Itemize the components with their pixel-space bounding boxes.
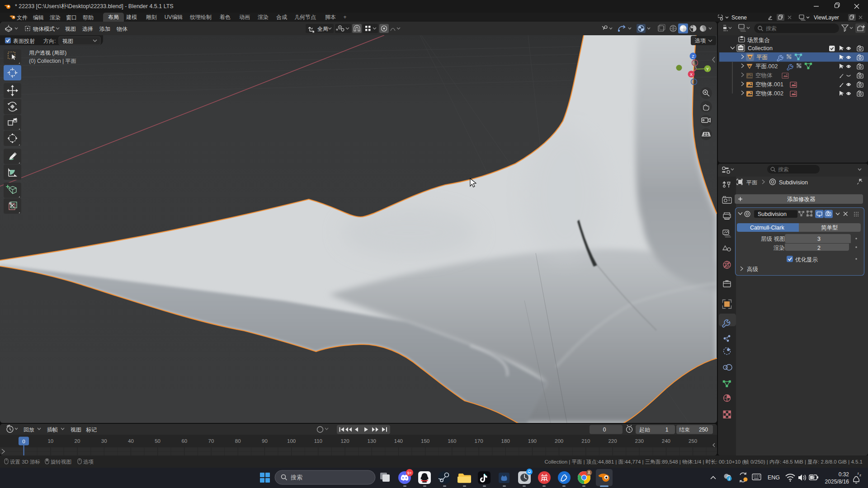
svg-text:平面: 平面 bbox=[746, 179, 757, 186]
svg-text:视图: 视图 bbox=[65, 26, 76, 32]
svg-text:250: 250 bbox=[699, 427, 708, 433]
svg-text:190: 190 bbox=[528, 438, 537, 444]
svg-text:70: 70 bbox=[208, 438, 214, 444]
svg-text:视图: 视图 bbox=[62, 38, 73, 44]
svg-text:Z: Z bbox=[692, 54, 694, 59]
svg-text:3: 3 bbox=[817, 236, 821, 242]
svg-text:150: 150 bbox=[421, 438, 429, 444]
svg-text:视图: 视图 bbox=[70, 427, 81, 433]
svg-text:180: 180 bbox=[501, 438, 510, 444]
svg-text:130: 130 bbox=[368, 438, 376, 444]
svg-text:搜索: 搜索 bbox=[290, 474, 302, 481]
svg-text:2025/8/16: 2025/8/16 bbox=[825, 479, 849, 485]
svg-text:添加修改器: 添加修改器 bbox=[787, 196, 816, 202]
svg-text:220: 220 bbox=[608, 438, 617, 444]
svg-text:80: 80 bbox=[235, 438, 241, 444]
svg-text:搜索: 搜索 bbox=[778, 166, 789, 173]
svg-text:空物体.001: 空物体.001 bbox=[755, 81, 783, 88]
svg-text:100: 100 bbox=[287, 438, 296, 444]
svg-text:210: 210 bbox=[581, 438, 590, 444]
svg-text:Catmull-Clark: Catmull-Clark bbox=[750, 225, 784, 231]
svg-text:起始: 起始 bbox=[639, 427, 650, 433]
svg-text:120: 120 bbox=[340, 438, 349, 444]
svg-text:30: 30 bbox=[101, 438, 107, 444]
svg-text:场景集合: 场景集合 bbox=[747, 37, 770, 43]
svg-text:标记: 标记 bbox=[86, 427, 97, 433]
svg-text:1: 1 bbox=[665, 427, 669, 433]
svg-text:(0) Collection | 平面: (0) Collection | 平面 bbox=[29, 58, 76, 64]
svg-text:200: 200 bbox=[555, 438, 563, 444]
svg-text:160: 160 bbox=[448, 438, 456, 444]
svg-text:渲染: 渲染 bbox=[774, 245, 785, 251]
svg-text:层级 视图: 层级 视图 bbox=[761, 236, 785, 242]
svg-text:20: 20 bbox=[75, 438, 80, 444]
svg-text:2: 2 bbox=[817, 245, 821, 251]
svg-text:旋转视图: 旋转视图 bbox=[51, 459, 71, 465]
svg-text:表面投射: 表面投射 bbox=[13, 38, 35, 44]
svg-text:Subdivision: Subdivision bbox=[779, 179, 808, 186]
svg-text:Y: Y bbox=[706, 67, 709, 71]
svg-text:60: 60 bbox=[181, 438, 187, 444]
svg-text:优化显示: 优化显示 bbox=[795, 257, 818, 263]
svg-text:z: z bbox=[859, 473, 861, 477]
svg-text:230: 230 bbox=[635, 438, 644, 444]
svg-text:物体模式: 物体模式 bbox=[33, 26, 55, 32]
svg-text:z: z bbox=[858, 472, 859, 475]
svg-text:方向:: 方向: bbox=[43, 38, 56, 44]
svg-text:高级: 高级 bbox=[747, 266, 759, 272]
svg-text:Scene: Scene bbox=[731, 14, 747, 21]
svg-text:选择: 选择 bbox=[82, 26, 93, 32]
svg-text:选项: 选项 bbox=[83, 459, 94, 465]
svg-text:0: 0 bbox=[603, 427, 606, 433]
svg-text:170: 170 bbox=[474, 438, 483, 444]
svg-text:物体: 物体 bbox=[116, 26, 127, 32]
svg-text:Subdivision: Subdivision bbox=[758, 211, 787, 217]
svg-text:9+: 9+ bbox=[407, 471, 412, 475]
svg-text:Collection: Collection bbox=[748, 45, 773, 52]
svg-text:X: X bbox=[690, 72, 693, 77]
svg-text:ENG: ENG bbox=[768, 474, 780, 481]
svg-text:50: 50 bbox=[155, 438, 160, 444]
svg-text:选项: 选项 bbox=[695, 38, 706, 44]
svg-text:添加: 添加 bbox=[99, 26, 110, 32]
svg-text:平面.002: 平面.002 bbox=[755, 63, 778, 70]
svg-text:结束: 结束 bbox=[679, 427, 690, 433]
svg-text:搜索: 搜索 bbox=[766, 25, 777, 32]
svg-text:设置 3D 游标: 设置 3D 游标 bbox=[10, 459, 40, 465]
svg-text:0:32: 0:32 bbox=[839, 471, 849, 478]
svg-text:空物体.002: 空物体.002 bbox=[755, 90, 783, 97]
svg-text:用户透视 (局部): 用户透视 (局部) bbox=[29, 50, 66, 56]
svg-text:平面: 平面 bbox=[756, 54, 768, 61]
svg-text:回放: 回放 bbox=[24, 427, 34, 433]
svg-text:40: 40 bbox=[128, 438, 134, 444]
svg-text:Collection | 平面 | 顶点:44,881 |: Collection | 平面 | 顶点:44,881 | 面:44,774 |… bbox=[545, 459, 863, 465]
svg-text:10: 10 bbox=[47, 438, 53, 444]
svg-text:240: 240 bbox=[662, 438, 670, 444]
svg-text:ViewLayer: ViewLayer bbox=[814, 14, 839, 21]
svg-text:90: 90 bbox=[262, 438, 268, 444]
svg-text:250: 250 bbox=[689, 438, 697, 444]
svg-text:140: 140 bbox=[394, 438, 403, 444]
svg-text:0: 0 bbox=[22, 439, 25, 444]
svg-text:110: 110 bbox=[314, 438, 322, 444]
svg-text:插帧: 插帧 bbox=[47, 427, 58, 433]
svg-text:全局: 全局 bbox=[317, 26, 328, 32]
svg-text:简单型: 简单型 bbox=[821, 225, 838, 231]
svg-text:空物体: 空物体 bbox=[755, 72, 773, 79]
